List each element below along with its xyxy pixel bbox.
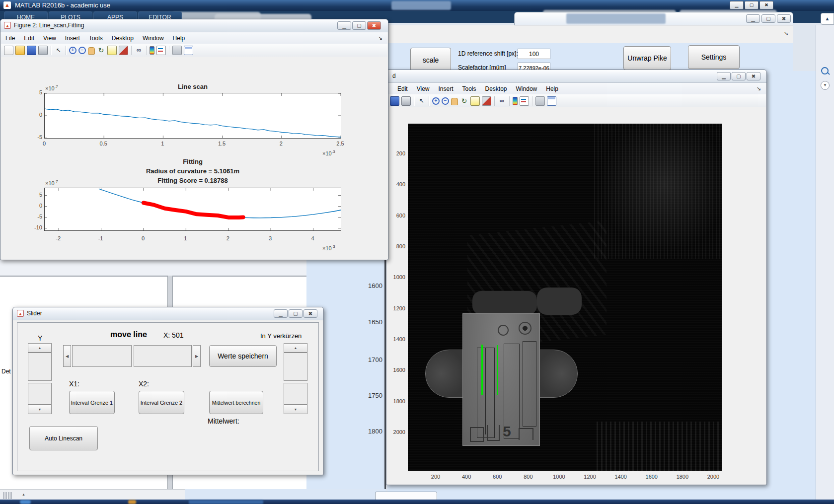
figure2-maximize-button[interactable]: ▢ [352,21,366,30]
menu-item-view[interactable]: View [412,85,434,92]
menu-item-view[interactable]: View [39,35,61,42]
rotate-3d-icon[interactable]: ↻ [97,46,105,55]
taskbar-item[interactable] [128,500,136,504]
slider-close-button[interactable]: ✖ [303,309,317,318]
menu-item-file[interactable]: File [1,35,19,42]
show-plot-tools-icon[interactable] [184,46,193,55]
data-cursor-icon[interactable] [107,46,117,55]
mittelwert-berechnen-button[interactable]: Mittelwert berechnen [209,391,263,414]
linescan-marker-2[interactable] [497,345,498,395]
save-figure-icon[interactable] [27,46,36,55]
menu-item-tools[interactable]: Tools [458,85,481,92]
figure-right-dock-arrow-icon[interactable]: ↘ [757,85,761,92]
hide-plot-tools-icon[interactable] [172,46,182,55]
brush-data-icon[interactable] [119,46,128,55]
figure-right-titlebar[interactable] [386,70,766,83]
interferogram-image[interactable]: 5 [408,124,722,471]
insert-colorbar-icon[interactable] [150,46,154,55]
matlab-close-button[interactable]: ✖ [759,1,773,9]
menu-item-help[interactable]: Help [168,35,190,42]
gui-maximize-button[interactable]: ▢ [761,14,775,23]
slider-right-arrow[interactable]: ▶ [193,345,201,367]
fitting-axes[interactable] [44,188,341,231]
insert-legend-icon[interactable] [520,96,529,106]
matlab-minimize-button[interactable]: ▁ [730,1,744,9]
figure-right-minimize-button[interactable]: ▁ [717,72,731,80]
y-track-lower[interactable] [28,383,52,405]
menu-item-help[interactable]: Help [541,85,563,92]
zoom-in-icon[interactable]: + [69,47,76,54]
linescan-marker-1[interactable] [481,345,483,395]
link-plot-icon[interactable]: ∞ [498,97,506,105]
interval-grenze1-button[interactable]: Interval Grenze 1 [69,391,115,414]
werte-speichern-button[interactable]: Werte speichern [209,345,277,367]
in-y-up-button[interactable]: ▲ [284,343,307,353]
taskbar-item[interactable] [189,500,263,504]
collapse-up-tab[interactable]: ▲ [821,13,834,25]
rotate-3d-icon[interactable]: ↻ [460,97,468,105]
print-figure-icon[interactable] [38,46,48,55]
slider-minimize-button[interactable]: ▁ [274,309,288,318]
slider-track[interactable] [134,345,192,367]
menu-item-window[interactable]: Window [512,85,542,92]
auto-linescan-button[interactable]: Auto Linescan [29,426,98,450]
gui-close-button[interactable]: ✖ [777,14,791,23]
menu-item-edit[interactable]: Edit [393,85,412,92]
hide-plot-tools-icon[interactable] [535,96,545,106]
scale-button[interactable]: scale [410,48,451,72]
windows-taskbar[interactable] [0,500,834,504]
save-figure-icon[interactable] [390,96,399,106]
zoom-in-icon[interactable]: + [432,97,440,105]
in-y-track-upper[interactable] [284,353,307,381]
edit-plot-cursor-icon[interactable]: ↖ [417,97,426,105]
y-down-button[interactable]: ▼ [28,405,52,414]
insert-legend-icon[interactable] [156,46,166,55]
menu-item-window[interactable]: Window [138,35,168,42]
menu-item-tools[interactable]: Tools [84,35,107,42]
new-figure-icon[interactable] [4,46,13,55]
zoom-out-icon[interactable]: − [78,47,86,54]
open-file-icon[interactable] [15,46,25,55]
matlab-maximize-button[interactable]: ▢ [745,1,758,9]
menu-item-insert[interactable]: Insert [434,85,457,92]
insert-colorbar-icon[interactable] [513,97,518,105]
taskbar-start-orb[interactable] [20,500,31,504]
menu-item-insert[interactable]: Insert [61,35,84,42]
grip-arrow-icon[interactable]: ▲ [22,493,25,496]
show-plot-tools-icon[interactable] [547,96,556,106]
pan-hand-icon[interactable] [88,47,95,55]
slider-maximize-button[interactable]: ▢ [289,309,303,318]
in-y-track-lower[interactable] [284,383,307,405]
figure2-dock-arrow-icon[interactable]: ↘ [378,35,382,41]
y-up-button[interactable]: ▲ [28,343,52,353]
figure-right-close-button[interactable]: ✖ [747,72,760,80]
data-cursor-icon[interactable] [470,96,480,106]
pan-hand-icon[interactable] [451,98,458,105]
edit-plot-cursor-icon[interactable]: ↖ [54,46,63,55]
in-y-down-button[interactable]: ▼ [284,405,307,414]
print-figure-icon[interactable] [401,96,411,106]
figure-right-maximize-button[interactable]: ▢ [732,72,746,80]
link-plot-icon[interactable]: ∞ [135,46,143,55]
unwrap-pike-button[interactable]: Unwrap Pike [623,46,671,70]
interval-grenze2-button[interactable]: Interval Grenze 2 [139,391,184,414]
linescan-axes[interactable] [44,93,341,139]
settings-button[interactable]: Settings [688,45,740,69]
brush-data-icon[interactable] [482,96,491,106]
zoom-out-icon[interactable]: − [442,97,449,105]
gui-dock-arrow-icon[interactable]: ↘ [784,30,788,37]
right-sidebar: ▼ [816,25,834,501]
gui-minimize-button[interactable]: ▁ [746,14,760,23]
menu-item-desktop[interactable]: Desktop [107,35,138,42]
y-track-upper[interactable] [28,353,52,381]
figure2-close-button[interactable]: ✖ [367,21,381,30]
left-statusbar: ▲ [0,489,185,501]
search-icon[interactable] [821,67,829,74]
figure2-minimize-button[interactable]: ▁ [337,21,351,30]
slider-left-arrow[interactable]: ◀ [63,345,71,367]
expand-circle-icon[interactable]: ▼ [821,81,830,90]
ref-shift-input[interactable]: 100 [518,49,550,59]
slider-thumb[interactable] [72,345,132,367]
menu-item-desktop[interactable]: Desktop [481,85,512,92]
menu-item-edit[interactable]: Edit [19,35,39,42]
